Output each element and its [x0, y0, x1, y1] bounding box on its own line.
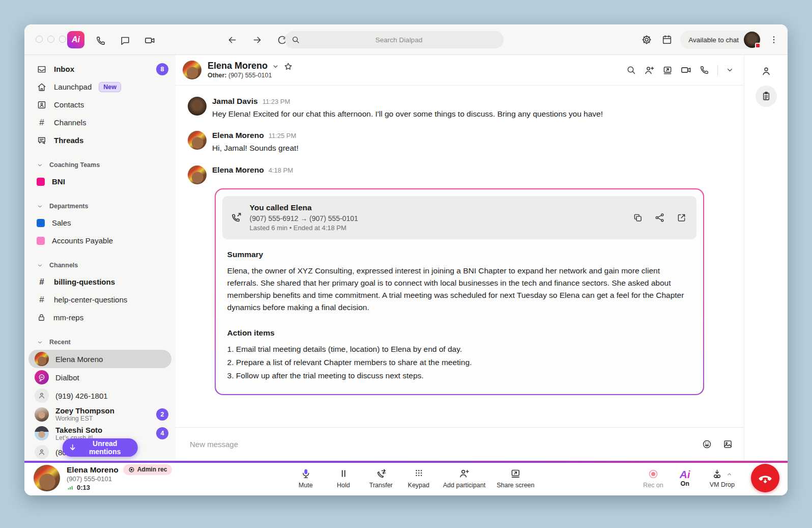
vm-drop-button[interactable]: VM Drop — [707, 468, 738, 489]
new-tag: New — [99, 82, 121, 92]
section-channels[interactable]: Channels — [24, 258, 176, 273]
control-label: Share screen — [497, 482, 534, 489]
sidebar-item-billing-questions[interactable]: # billing-questions — [24, 273, 176, 291]
open-call-details-button[interactable] — [675, 211, 688, 225]
screen-share-icon — [662, 65, 673, 76]
action-items-heading: Action items — [227, 327, 692, 339]
recent-item-zoey-thompson[interactable]: Zoey Thompson Working EST 2 — [24, 405, 176, 424]
call-card-actions — [631, 211, 688, 225]
share-screen-call-button[interactable]: Share screen — [494, 466, 537, 491]
section-recent[interactable]: Recent — [24, 335, 176, 350]
window-close-button[interactable] — [36, 36, 43, 43]
action-item: 1. Email trial meeting details (time, lo… — [227, 343, 692, 355]
global-search[interactable] — [285, 31, 504, 48]
settings-gear-button[interactable] — [640, 33, 654, 47]
sidebar-item-sales[interactable]: Sales — [24, 214, 176, 232]
messages-button[interactable] — [118, 34, 132, 48]
chevron-down-icon[interactable] — [272, 63, 279, 70]
message: Jamal Davis 11:23 PM Hey Elena! Excited … — [188, 97, 732, 120]
voice-call-button[interactable] — [698, 63, 711, 77]
sidebar-item-mm-reps[interactable]: mm-reps — [24, 309, 176, 326]
window-minimize-button[interactable] — [47, 36, 54, 43]
admin-rec-label: Admin rec — [137, 466, 167, 474]
contact-details-button[interactable] — [759, 64, 773, 78]
sidebar-item-bni[interactable]: BNI — [24, 173, 176, 190]
message-list[interactable]: Jamal Davis 11:23 PM Hey Elena! Excited … — [176, 86, 744, 427]
share-summary-button[interactable] — [653, 211, 666, 225]
microphone-icon — [300, 468, 311, 480]
availability-menu[interactable]: Available to chat — [680, 31, 761, 49]
sidebar-item-channels[interactable]: # Channels — [24, 114, 176, 131]
inbox-unread-badge: 8 — [156, 63, 168, 75]
meetings-button[interactable] — [142, 33, 157, 48]
sidebar-item-accounts-payable[interactable]: Accounts Payable — [24, 232, 176, 249]
transfer-button[interactable]: Transfer — [365, 466, 397, 491]
call-party-number: (907) 555-0101 — [67, 475, 172, 483]
unread-mentions-button[interactable]: Unread mentions — [62, 438, 138, 457]
chevron-down-icon — [37, 203, 43, 210]
window-controls[interactable] — [36, 36, 66, 43]
dialbot-avatar — [35, 370, 49, 384]
user-avatar — [744, 32, 760, 48]
forward-button[interactable] — [250, 33, 264, 47]
call-meta: Lasted 6 min • Ended at 4:18 PM — [250, 224, 624, 233]
app-window: Ai Available to chat — [24, 24, 788, 495]
emoji-picker-button[interactable] — [700, 437, 714, 451]
share-screen-button[interactable] — [660, 63, 675, 77]
person-add-icon — [644, 65, 655, 76]
message-composer — [176, 427, 744, 461]
more-actions-button[interactable] — [724, 64, 736, 76]
avatar[interactable] — [188, 165, 207, 184]
keypad-button[interactable]: Keypad — [402, 466, 435, 491]
availability-label: Available to chat — [688, 36, 739, 44]
video-call-button[interactable] — [679, 63, 693, 77]
sidebar-item-threads[interactable]: Threads — [24, 131, 176, 149]
section-coaching-teams[interactable]: Coaching Teams — [24, 157, 176, 173]
call-timer: 0:13 — [77, 484, 90, 492]
overflow-menu-button[interactable] — [767, 33, 780, 46]
sidebar-item-launchpad[interactable]: Launchpad New — [24, 78, 176, 96]
back-button[interactable] — [225, 33, 239, 47]
message-author: Elena Moreno — [212, 165, 264, 175]
section-label: Departments — [49, 203, 88, 210]
keypad-icon — [413, 468, 424, 480]
add-participant-button[interactable]: Add participant — [440, 466, 488, 491]
recent-item-dialbot[interactable]: Dialbot — [24, 368, 176, 386]
vm-drop-label: VM Drop — [710, 481, 735, 488]
admin-rec-badge: Admin rec — [123, 464, 172, 475]
person-placeholder-icon — [35, 445, 49, 459]
notes-panel-button[interactable] — [756, 86, 777, 107]
action-item: 3. Follow up after the trial meeting to … — [227, 370, 692, 382]
mute-button[interactable]: Mute — [289, 466, 322, 491]
calendar-button[interactable] — [660, 33, 674, 47]
window-zoom-button[interactable] — [59, 36, 66, 43]
conversation-avatar[interactable] — [183, 61, 201, 79]
ai-toggle-button[interactable]: Ai On — [677, 468, 693, 488]
copy-summary-button[interactable] — [631, 211, 645, 225]
sidebar-item-help-center-questions[interactable]: # help-center-questions — [24, 291, 176, 309]
recent-item-elena-moreno[interactable]: Elena Moreno — [28, 350, 171, 368]
recording-indicator[interactable]: Rec on — [643, 468, 663, 489]
attach-image-button[interactable] — [721, 437, 735, 451]
end-call-button[interactable] — [751, 464, 779, 492]
add-people-button[interactable] — [642, 63, 656, 77]
call-button[interactable] — [94, 34, 108, 48]
recent-item-status: Working EST — [55, 415, 150, 422]
message-text: Hey Elena! Excited for our chat this aft… — [212, 108, 732, 120]
contact-card-icon — [37, 100, 47, 110]
favorite-star-icon[interactable] — [283, 62, 293, 71]
search-conversation-button[interactable] — [624, 63, 638, 77]
search-input[interactable] — [300, 36, 498, 44]
recent-item-label: (919) 426-1801 — [55, 392, 108, 400]
recent-item-phone-1[interactable]: (919) 426-1801 — [24, 386, 176, 405]
section-departments[interactable]: Departments — [24, 199, 176, 214]
avatar[interactable] — [188, 97, 207, 116]
hold-button[interactable]: Hold — [327, 466, 360, 491]
sidebar-item-contacts[interactable]: Contacts — [24, 96, 176, 114]
sidebar-item-inbox[interactable]: Inbox 8 — [24, 60, 176, 78]
avatar[interactable] — [188, 131, 207, 150]
new-message-input[interactable] — [189, 439, 693, 449]
record-dot-icon — [128, 466, 135, 473]
avatar — [35, 426, 49, 440]
screen-share-icon — [510, 468, 521, 480]
